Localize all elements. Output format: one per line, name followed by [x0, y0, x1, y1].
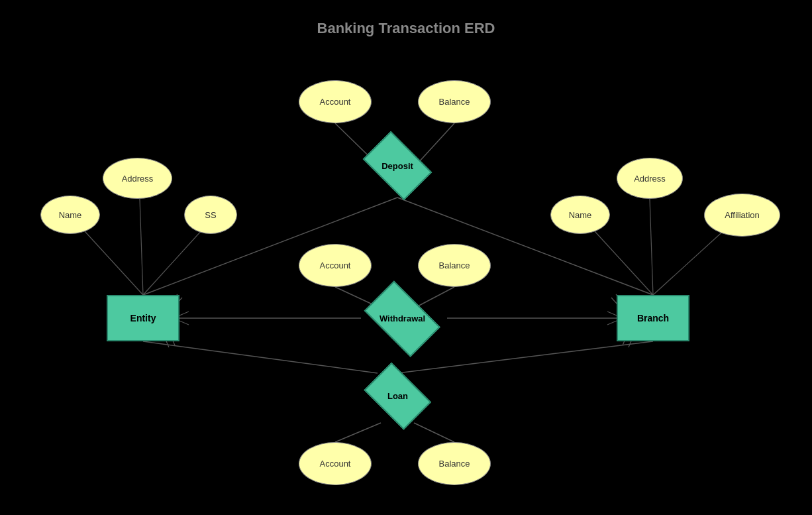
- account-mid-node: Account: [299, 244, 372, 287]
- svg-line-16: [650, 199, 653, 295]
- svg-line-20: [607, 312, 617, 315]
- balance-top-node: Balance: [418, 80, 491, 123]
- entity-node: Entity: [107, 295, 179, 341]
- balance-bot-node: Balance: [418, 442, 491, 485]
- deposit-node: Deposit: [358, 139, 437, 192]
- connection-lines: [0, 0, 812, 515]
- withdrawal-node: Withdrawal: [358, 290, 447, 347]
- name-right-node: Name: [550, 196, 610, 234]
- svg-line-8: [143, 341, 378, 373]
- branch-node: Branch: [617, 295, 689, 341]
- svg-line-10: [335, 423, 381, 442]
- address-left-node: Address: [103, 158, 172, 199]
- balance-mid-node: Balance: [418, 244, 491, 287]
- affiliation-node: Affiliation: [704, 194, 780, 237]
- svg-line-11: [414, 423, 454, 442]
- svg-line-19: [179, 321, 189, 325]
- ss-left-node: SS: [184, 196, 237, 234]
- erd-diagram: Banking Transaction ERD: [0, 0, 812, 515]
- loan-node: Loan: [360, 370, 436, 422]
- name-left-node: Name: [40, 196, 100, 234]
- account-top-node: Account: [299, 80, 372, 123]
- svg-line-13: [140, 199, 143, 295]
- account-bot-node: Account: [299, 442, 372, 485]
- address-right-node: Address: [617, 158, 683, 199]
- diagram-title: Banking Transaction ERD: [0, 20, 812, 37]
- svg-line-21: [607, 321, 617, 325]
- svg-line-18: [179, 312, 189, 315]
